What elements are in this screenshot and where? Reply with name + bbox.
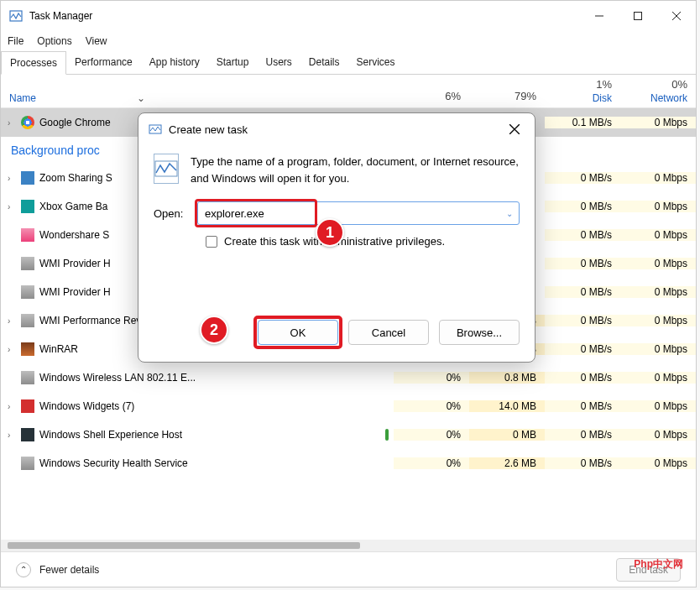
metric-disk: 0.1 MB/s bbox=[545, 117, 620, 128]
metric-cpu: 0% bbox=[394, 457, 469, 469]
tabs: Processes Performance App history Startu… bbox=[1, 51, 696, 75]
app-icon bbox=[21, 116, 34, 129]
browse-button[interactable]: Browse... bbox=[439, 320, 520, 345]
column-cpu[interactable]: 6% bbox=[394, 90, 469, 104]
run-small-icon bbox=[149, 123, 162, 136]
process-name: Wondershare S bbox=[39, 229, 109, 241]
metric-net: 0 Mbps bbox=[620, 286, 696, 298]
close-button[interactable] bbox=[657, 3, 696, 29]
metric-net: 0 Mbps bbox=[620, 457, 696, 469]
app-icon bbox=[21, 371, 34, 384]
tab-details[interactable]: Details bbox=[300, 51, 348, 74]
expand-icon[interactable]: › bbox=[8, 431, 16, 440]
metric-net: 0 Mbps bbox=[620, 400, 696, 412]
tab-processes[interactable]: Processes bbox=[1, 51, 66, 75]
menu-file[interactable]: File bbox=[8, 35, 24, 47]
run-icon bbox=[154, 154, 179, 184]
dialog-close-button[interactable] bbox=[504, 119, 525, 139]
cancel-button[interactable]: Cancel bbox=[348, 320, 429, 345]
expand-icon[interactable]: › bbox=[8, 345, 16, 354]
admin-checkbox[interactable] bbox=[206, 236, 217, 248]
window-title: Task Manager bbox=[29, 10, 580, 22]
app-icon bbox=[21, 457, 34, 470]
process-name: Windows Wireless LAN 802.11 E... bbox=[39, 372, 196, 384]
metric-disk: 0 MB/s bbox=[545, 201, 620, 212]
metric-disk: 0 MB/s bbox=[545, 343, 620, 355]
watermark: Php中文网 bbox=[634, 557, 683, 572]
process-name: WMI Provider H bbox=[39, 258, 111, 269]
expand-icon[interactable]: › bbox=[8, 174, 16, 183]
maximize-button[interactable] bbox=[619, 3, 657, 29]
column-name[interactable]: Name bbox=[9, 92, 36, 104]
column-disk[interactable]: 1%Disk bbox=[545, 78, 620, 104]
metric-net: 0 Mbps bbox=[620, 429, 696, 441]
app-icon bbox=[9, 9, 23, 23]
app-icon bbox=[21, 285, 34, 299]
app-icon bbox=[21, 200, 34, 213]
expand-icon[interactable]: › bbox=[8, 316, 16, 326]
tab-performance[interactable]: Performance bbox=[66, 51, 141, 74]
table-row[interactable]: Windows Wireless LAN 802.11 E...0%0.8 MB… bbox=[1, 363, 696, 392]
leaf-icon bbox=[385, 429, 389, 441]
metric-net: 0 Mbps bbox=[620, 117, 696, 128]
tab-app-history[interactable]: App history bbox=[141, 51, 208, 74]
metric-mem: 0 MB bbox=[469, 429, 545, 441]
scrollbar-thumb[interactable] bbox=[8, 542, 360, 549]
menu-options[interactable]: Options bbox=[37, 35, 71, 47]
svg-rect-2 bbox=[635, 13, 642, 20]
app-icon bbox=[21, 399, 34, 413]
metric-disk: 0 MB/s bbox=[545, 229, 620, 241]
menu-view[interactable]: View bbox=[86, 35, 107, 47]
fewer-details-button[interactable]: ⌃ Fewer details bbox=[16, 562, 99, 577]
horizontal-scrollbar[interactable] bbox=[1, 540, 696, 551]
open-input[interactable] bbox=[197, 201, 520, 225]
metric-disk: 0 MB/s bbox=[545, 315, 620, 326]
dialog-title: Create new task bbox=[169, 123, 504, 136]
titlebar: Task Manager bbox=[1, 1, 696, 31]
column-memory[interactable]: 79% bbox=[469, 90, 545, 104]
metric-disk: 0 MB/s bbox=[545, 172, 620, 184]
app-icon bbox=[21, 257, 34, 270]
chevron-down-icon[interactable]: ⌄ bbox=[137, 92, 145, 104]
metric-net: 0 Mbps bbox=[620, 372, 696, 384]
column-network[interactable]: 0%Network bbox=[620, 78, 696, 104]
process-name: WinRAR bbox=[39, 343, 78, 355]
tab-startup[interactable]: Startup bbox=[208, 51, 258, 74]
table-row[interactable]: ›Windows Widgets (7)0%14.0 MB0 MB/s0 Mbp… bbox=[1, 392, 696, 420]
app-icon bbox=[21, 342, 34, 356]
metric-disk: 0 MB/s bbox=[545, 258, 620, 269]
metric-net: 0 Mbps bbox=[620, 229, 696, 241]
annotation-badge-1: 1 bbox=[316, 218, 344, 247]
dialog-description: Type the name of a program, folder, docu… bbox=[191, 154, 520, 186]
table-row[interactable]: Windows Security Health Service0%2.6 MB0… bbox=[1, 449, 696, 478]
tab-users[interactable]: Users bbox=[257, 51, 300, 74]
process-name: WMI Provider H bbox=[39, 286, 111, 298]
footer: ⌃ Fewer details End task bbox=[1, 551, 696, 587]
metric-disk: 0 MB/s bbox=[545, 429, 620, 441]
metric-net: 0 Mbps bbox=[620, 343, 696, 355]
process-name: Windows Widgets (7) bbox=[39, 400, 134, 412]
window-controls bbox=[580, 3, 696, 29]
process-name: Windows Security Health Service bbox=[39, 457, 188, 469]
expand-icon[interactable]: › bbox=[8, 118, 16, 128]
chevron-up-icon: ⌃ bbox=[16, 562, 31, 577]
metric-disk: 0 MB/s bbox=[545, 372, 620, 384]
metric-cpu: 0% bbox=[394, 400, 469, 412]
ok-button[interactable]: OK bbox=[258, 320, 338, 345]
menubar: File Options View bbox=[1, 31, 696, 51]
dialog-buttons: OK Cancel Browse... bbox=[138, 303, 535, 362]
tab-services[interactable]: Services bbox=[348, 51, 404, 74]
metric-mem: 0.8 MB bbox=[469, 372, 545, 384]
process-name: Xbox Game Ba bbox=[39, 201, 107, 212]
metric-disk: 0 MB/s bbox=[545, 286, 620, 298]
metric-mem: 14.0 MB bbox=[469, 400, 545, 412]
columns-header: Name ⌄ 6% 79% 1%Disk 0%Network bbox=[1, 75, 696, 108]
process-name: Windows Shell Experience Host bbox=[39, 429, 182, 441]
expand-icon[interactable]: › bbox=[8, 202, 16, 211]
expand-icon[interactable]: › bbox=[8, 402, 16, 411]
minimize-button[interactable] bbox=[580, 3, 619, 29]
table-row[interactable]: ›Windows Shell Experience Host0%0 MB0 MB… bbox=[1, 420, 696, 449]
metric-cpu: 0% bbox=[394, 429, 469, 441]
app-icon bbox=[21, 428, 34, 441]
metric-net: 0 Mbps bbox=[620, 315, 696, 326]
